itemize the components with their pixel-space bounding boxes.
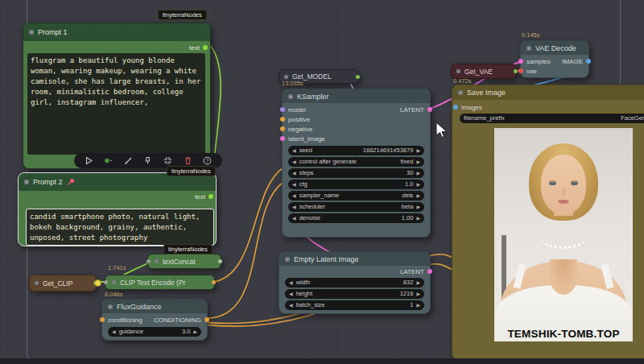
input-dot-icon[interactable] [280,107,285,112]
node-prompt1[interactable]: Prompt 1 text fluxgram a beautiful young… [23,23,211,169]
node-textconcat[interactable]: textConcat [147,254,221,269]
node-header[interactable]: Save Image [452,85,644,100]
input-slot-samples[interactable]: samples [521,56,551,66]
output-dot-icon[interactable] [514,69,518,73]
output-slot-image[interactable]: IMAGE [562,56,588,66]
node-save-image[interactable]: Save Image images filename_prefix FaceGe… [452,85,644,360]
input-dot-icon[interactable] [147,259,151,263]
prompt2-textarea[interactable]: candid smartphone photo, natural light, … [26,209,214,246]
input-dot-icon[interactable] [518,68,523,73]
arrow-right-icon[interactable]: ▶ [193,329,197,334]
output-dot-icon[interactable] [208,194,213,199]
node-empty-latent-image[interactable]: Empty Latent Image LATENT ◀ width 832 ▶ … [279,251,431,314]
output-dot-icon[interactable] [427,269,432,274]
arrow-right-icon[interactable]: ▶ [416,148,420,153]
widget-steps[interactable]: ◀ steps 30 ▶ [288,168,424,178]
arrow-left-icon[interactable]: ◀ [112,329,116,334]
collapse-arrows-icon[interactable] [163,156,172,165]
collapse-dot-icon[interactable] [112,280,116,284]
node-vae-decode[interactable]: VAE Decode samples vae IMAGE [520,40,589,78]
input-dot-icon[interactable] [280,136,285,141]
widget-seed[interactable]: ◀ seed 166214691453879 ▶ [288,146,424,155]
input-dot-icon[interactable] [100,317,105,322]
input-slot-positive[interactable]: positive [283,114,325,124]
arrow-right-icon[interactable]: ▶ [416,205,420,209]
arrow-right-icon[interactable]: ▶ [416,193,420,198]
input-slot-vae[interactable]: vae [521,66,551,76]
output-dot-icon[interactable] [203,45,208,50]
output-dot-icon[interactable] [212,280,216,284]
collapse-dot-icon[interactable] [458,90,463,95]
node-clip-text-encode[interactable]: CLIP Text Encode (Pr [105,275,215,290]
arrow-left-icon[interactable]: ◀ [292,182,296,187]
widget-filename-prefix[interactable]: filename_prefix FaceGen [460,114,644,123]
arrow-left-icon[interactable]: ◀ [292,159,296,164]
widget-height[interactable]: ◀ height 1216 ▶ [285,289,424,299]
output-slot-text[interactable]: text [23,43,210,52]
node-get-clip[interactable]: Get_CLIP [29,275,97,292]
widget-guidance[interactable]: ◀ guidance 3.0 ▶ [108,327,201,337]
arrow-right-icon[interactable]: ▶ [416,171,420,176]
arrow-left-icon[interactable]: ◀ [292,216,296,221]
input-slot-model[interactable]: model [283,105,325,114]
widget-sampler-name[interactable]: ◀ sampler_name deis ▶ [288,191,424,201]
input-slot-conditioning[interactable]: conditioning [102,315,142,325]
generated-image-preview[interactable]: TEMSHIK-TOMB.TOP [494,128,633,341]
widget-scheduler[interactable]: ◀ scheduler beta ▶ [288,202,424,212]
collapse-dot-icon[interactable] [29,30,34,35]
arrow-left-icon[interactable]: ◀ [289,303,293,308]
collapse-dot-icon[interactable] [456,69,460,73]
trash-icon[interactable] [184,156,192,165]
node-graph-canvas[interactable]: tinyterraNodes tinyterraNodes tinyterraN… [0,0,644,364]
arrow-left-icon[interactable]: ◀ [292,193,296,198]
arrow-right-icon[interactable]: ▶ [416,292,420,296]
node-header[interactable]: FluxGuidance [102,300,207,313]
output-dot-icon[interactable] [586,59,591,64]
input-slot-negative[interactable]: negative [283,124,325,134]
arrow-left-icon[interactable]: ◀ [289,280,293,285]
arrow-left-icon[interactable]: ◀ [292,171,296,176]
widget-cfg[interactable]: ◀ cfg 1.0 ▶ [288,180,424,189]
pen-icon[interactable] [124,156,133,165]
collapse-dot-icon[interactable] [24,180,29,184]
output-dot-icon[interactable] [204,317,209,322]
output-slot-conditioning[interactable]: CONDITIONING [154,315,207,325]
widget-batch-size[interactable]: ◀ batch_size 1 ▶ [285,300,424,310]
help-icon[interactable]: ? [203,156,212,165]
output-slot-latent[interactable]: LATENT [400,105,430,114]
output-slot-latent[interactable]: LATENT [279,267,430,276]
play-icon[interactable] [85,156,93,165]
node-ksampler[interactable]: KSampler model positive negative lat [282,89,431,238]
collapse-dot-icon[interactable] [285,257,290,262]
arrow-right-icon[interactable]: ▶ [416,216,420,221]
input-dot-icon[interactable] [280,117,285,122]
arrow-right-icon[interactable]: ▶ [416,303,420,308]
collapse-dot-icon[interactable] [155,259,159,263]
output-dot-icon[interactable] [356,75,360,79]
output-dot-icon[interactable] [218,259,222,263]
prompt1-textarea[interactable]: fluxgram a beautiful young blonde woman,… [27,53,205,155]
node-fluxguidance[interactable]: FluxGuidance conditioning CONDITIONING ◀… [101,299,208,341]
input-slot-images[interactable]: images [452,102,644,112]
arrow-left-icon[interactable]: ◀ [292,205,296,209]
node-prompt2[interactable]: Prompt 2 text candid smartphone photo, n… [18,172,217,246]
input-dot-icon[interactable] [104,280,108,284]
collapse-dot-icon[interactable] [526,46,531,51]
arrow-left-icon[interactable]: ◀ [292,148,296,153]
node-header[interactable]: KSampler [283,89,430,103]
arrow-left-icon[interactable]: ◀ [289,292,293,296]
node-header[interactable]: VAE Decode [521,41,588,55]
reroute-dot[interactable] [94,279,101,287]
arrow-right-icon[interactable]: ▶ [416,280,420,285]
input-dot-icon[interactable] [518,59,523,64]
pin-icon[interactable] [143,156,152,165]
collapse-dot-icon[interactable] [288,94,293,99]
input-dot-icon[interactable] [280,126,285,131]
node-header[interactable]: Empty Latent Image [279,252,430,266]
node-header[interactable]: Prompt 1 [23,23,210,41]
collapse-dot-icon[interactable] [284,75,288,79]
collapse-dot-icon[interactable] [35,281,39,285]
widget-control-after-generate[interactable]: ◀ control after generate fixed ▶ [288,157,424,167]
input-slot-latent-image[interactable]: latent_image [283,134,325,143]
widget-width[interactable]: ◀ width 832 ▶ [285,278,424,287]
